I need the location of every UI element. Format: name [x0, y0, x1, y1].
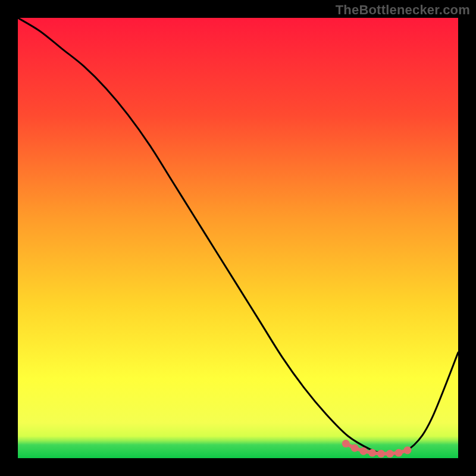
- trough-marker: [368, 449, 376, 457]
- trough-marker: [351, 444, 359, 452]
- watermark-text: TheBottlenecker.com: [336, 2, 470, 18]
- trough-marker: [377, 450, 385, 458]
- trough-marker: [359, 447, 367, 455]
- plot-area: [18, 18, 458, 458]
- gradient-background: [18, 18, 458, 458]
- chart-svg: [18, 18, 458, 458]
- trough-marker: [342, 440, 350, 447]
- outer-black-frame: TheBottlenecker.com: [0, 0, 476, 476]
- trough-marker: [386, 450, 394, 458]
- trough-marker: [395, 449, 403, 457]
- trough-marker: [403, 446, 411, 454]
